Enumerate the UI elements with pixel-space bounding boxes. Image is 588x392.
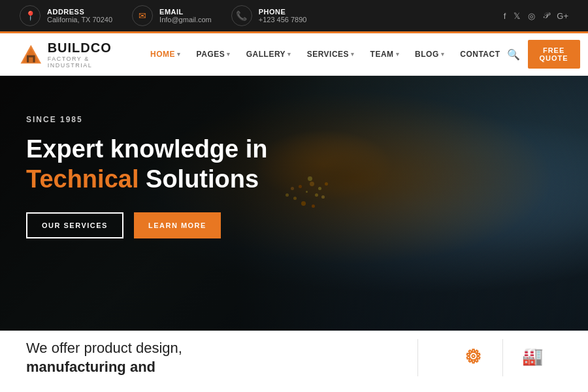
nav-blog[interactable]: BLOG ▾ bbox=[408, 35, 451, 73]
hero-content: SINCE 1985 Expert knowledge in Technical… bbox=[0, 76, 340, 278]
facebook-icon[interactable]: f bbox=[504, 11, 506, 21]
hero-title: Expert knowledge in Technical Solutions bbox=[26, 135, 314, 194]
twitter-icon[interactable]: 𝕏 bbox=[514, 11, 520, 21]
logo-name: BUILDCO bbox=[48, 41, 118, 56]
email-value: Info@gmail.com bbox=[159, 16, 212, 24]
search-icon[interactable]: 🔍 bbox=[507, 48, 520, 61]
location-icon: 📍 bbox=[20, 5, 41, 26]
hero-title-orange: Technical bbox=[26, 165, 139, 193]
social-links: f 𝕏 ◎ 𝒫 G+ bbox=[504, 10, 568, 21]
nav-blog-arrow: ▾ bbox=[441, 51, 445, 57]
bottom-section: We offer product design, manufacturing a… bbox=[0, 331, 588, 384]
hero-section: SINCE 1985 Expert knowledge in Technical… bbox=[0, 76, 588, 331]
bottom-heading: We offer product design, manufacturing a… bbox=[26, 339, 391, 376]
nav-right: 🔍 FREE QUOTE bbox=[507, 40, 580, 69]
logo-icon bbox=[20, 41, 42, 67]
learn-more-button[interactable]: LEARN MORE bbox=[134, 212, 221, 238]
logo-tagline: FACTORY & INDUSTRIAL bbox=[48, 56, 118, 69]
bottom-heading-line1: We offer product design, bbox=[26, 340, 182, 356]
bottom-icon-box-2: 🏭 bbox=[503, 339, 562, 376]
bottom-heading-line2: manufacturing and bbox=[26, 358, 391, 377]
bottom-text: We offer product design, manufacturing a… bbox=[26, 339, 391, 376]
nav-contact[interactable]: CONTACT bbox=[453, 35, 506, 73]
hero-since: SINCE 1985 bbox=[26, 115, 314, 124]
nav-services-arrow: ▾ bbox=[351, 51, 355, 57]
svg-rect-3 bbox=[29, 57, 33, 63]
gear-icon: ⚙ bbox=[465, 346, 482, 367]
nav-services[interactable]: SERVICES ▾ bbox=[301, 35, 361, 73]
address-value: California, TX 70240 bbox=[47, 16, 112, 24]
top-bar: 📍 ADDRESS California, TX 70240 ✉ EMAIL I… bbox=[0, 0, 588, 31]
free-quote-button[interactable]: FREE QUOTE bbox=[528, 40, 580, 69]
logo[interactable]: BUILDCO FACTORY & INDUSTRIAL bbox=[20, 41, 118, 69]
navbar: BUILDCO FACTORY & INDUSTRIAL HOME ▾ PAGE… bbox=[0, 33, 588, 76]
dribbble-icon[interactable]: ◎ bbox=[528, 11, 535, 21]
nav-team[interactable]: TEAM ▾ bbox=[364, 35, 406, 73]
nav-pages-arrow: ▾ bbox=[227, 51, 231, 57]
email-item: ✉ EMAIL Info@gmail.com bbox=[132, 5, 212, 26]
nav-gallery[interactable]: GALLERY ▾ bbox=[240, 35, 298, 73]
nav-team-arrow: ▾ bbox=[396, 51, 400, 57]
address-item: 📍 ADDRESS California, TX 70240 bbox=[20, 5, 112, 26]
phone-icon: 📞 bbox=[231, 5, 252, 26]
address-label: ADDRESS bbox=[47, 8, 112, 16]
our-services-button[interactable]: OUR SERVICES bbox=[26, 212, 123, 238]
factory-icon: 🏭 bbox=[522, 346, 543, 367]
bottom-icon-box-1: ⚙ bbox=[444, 339, 503, 376]
nav-home-arrow: ▾ bbox=[177, 51, 181, 57]
pinterest-icon[interactable]: 𝒫 bbox=[543, 10, 549, 21]
nav-links: HOME ▾ PAGES ▾ GALLERY ▾ SERVICES ▾ TEAM… bbox=[144, 35, 506, 73]
phone-label: PHONE bbox=[259, 8, 307, 16]
hero-buttons: OUR SERVICES LEARN MORE bbox=[26, 212, 314, 238]
email-icon: ✉ bbox=[132, 5, 153, 26]
phone-value: +123 456 7890 bbox=[259, 16, 307, 24]
nav-pages[interactable]: PAGES ▾ bbox=[190, 35, 237, 73]
hero-title-line1: Expert knowledge in bbox=[26, 135, 268, 163]
nav-home[interactable]: HOME ▾ bbox=[144, 35, 188, 73]
phone-item: 📞 PHONE +123 456 7890 bbox=[231, 5, 307, 26]
nav-gallery-arrow: ▾ bbox=[287, 51, 291, 57]
hero-title-line2: Solutions bbox=[146, 165, 259, 193]
bottom-icons: ⚙ 🏭 bbox=[417, 339, 562, 376]
email-label: EMAIL bbox=[159, 8, 212, 16]
googleplus-icon[interactable]: G+ bbox=[557, 11, 568, 21]
